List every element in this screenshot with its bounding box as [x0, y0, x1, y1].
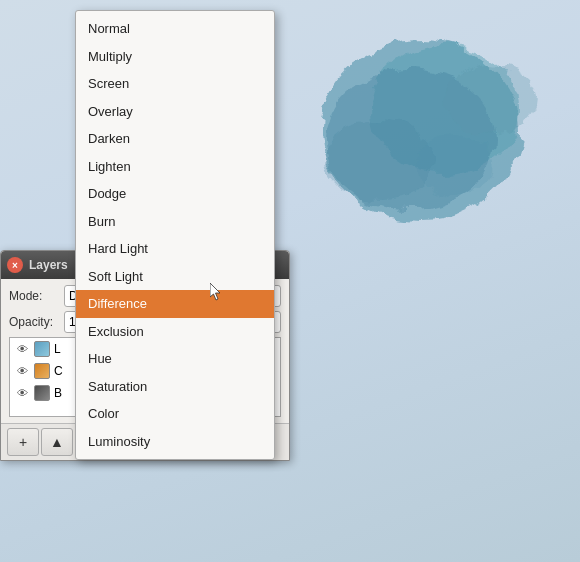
menu-item-darken[interactable]: Darken [76, 125, 274, 153]
add-layer-button[interactable]: + [7, 428, 39, 456]
menu-item-burn[interactable]: Burn [76, 208, 274, 236]
layer-name-1: L [54, 342, 61, 356]
blend-mode-dropdown[interactable]: Normal Multiply Screen Overlay Darken Li… [75, 10, 275, 460]
menu-item-luminosity[interactable]: Luminosity [76, 428, 274, 456]
svg-point-5 [415, 135, 495, 195]
menu-item-hard-light[interactable]: Hard Light [76, 235, 274, 263]
menu-item-soft-light[interactable]: Soft Light [76, 263, 274, 291]
layer-eye-icon-2[interactable]: 👁 [14, 363, 30, 379]
layer-name-3: B [54, 386, 62, 400]
layer-eye-icon-1[interactable]: 👁 [14, 341, 30, 357]
layer-thumbnail-3 [34, 385, 50, 401]
menu-item-saturation[interactable]: Saturation [76, 373, 274, 401]
opacity-label: Opacity: [9, 315, 64, 329]
menu-item-lighten[interactable]: Lighten [76, 153, 274, 181]
menu-item-exclusion[interactable]: Exclusion [76, 318, 274, 346]
menu-item-color[interactable]: Color [76, 400, 274, 428]
close-button[interactable]: × [7, 257, 23, 273]
mode-label: Mode: [9, 289, 64, 303]
layer-name-2: C [54, 364, 63, 378]
layer-thumbnail-1 [34, 341, 50, 357]
menu-item-hue[interactable]: Hue [76, 345, 274, 373]
menu-item-screen[interactable]: Screen [76, 70, 274, 98]
layer-eye-icon-3[interactable]: 👁 [14, 385, 30, 401]
menu-item-difference[interactable]: Difference [76, 290, 274, 318]
menu-item-normal[interactable]: Normal [76, 15, 274, 43]
svg-point-3 [445, 65, 535, 135]
panel-title: Layers [29, 258, 68, 272]
menu-item-overlay[interactable]: Overlay [76, 98, 274, 126]
move-up-button[interactable]: ▲ [41, 428, 73, 456]
layer-thumbnail-2 [34, 363, 50, 379]
menu-item-dodge[interactable]: Dodge [76, 180, 274, 208]
menu-item-multiply[interactable]: Multiply [76, 43, 274, 71]
watercolor-decoration [280, 10, 560, 273]
